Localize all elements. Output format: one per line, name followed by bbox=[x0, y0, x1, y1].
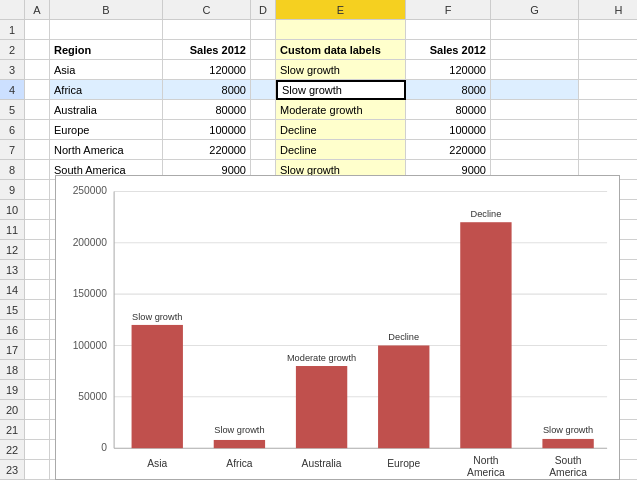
cell-c1[interactable] bbox=[163, 20, 251, 40]
row-header-16[interactable]: 16 bbox=[0, 320, 25, 340]
col-header-f[interactable]: F bbox=[406, 0, 491, 19]
cell-f2[interactable]: Sales 2012 bbox=[406, 40, 491, 60]
row-header-5[interactable]: 5 bbox=[0, 100, 25, 120]
row-header-23[interactable]: 23 bbox=[0, 460, 25, 480]
cell-c3[interactable]: 120000 bbox=[163, 60, 251, 80]
cell-c2[interactable]: Sales 2012 bbox=[163, 40, 251, 60]
cell-a9[interactable] bbox=[25, 180, 50, 200]
row-header-18[interactable]: 18 bbox=[0, 360, 25, 380]
cell-b4[interactable]: Africa bbox=[50, 80, 163, 100]
y-label-200000: 200000 bbox=[73, 237, 108, 248]
cell-d1[interactable] bbox=[251, 20, 276, 40]
cell-g3[interactable] bbox=[491, 60, 579, 80]
cell-a10[interactable] bbox=[25, 200, 50, 220]
cell-e5[interactable]: Moderate growth bbox=[276, 100, 406, 120]
cell-g4[interactable] bbox=[491, 80, 579, 100]
bar-label-north-america: Decline bbox=[471, 209, 502, 219]
x-label-north-america-2: America bbox=[467, 467, 505, 478]
col-header-a[interactable]: A bbox=[25, 0, 50, 19]
row-header-6[interactable]: 6 bbox=[0, 120, 25, 140]
col-header-h[interactable]: H bbox=[579, 0, 637, 19]
cell-c4[interactable]: 8000 bbox=[163, 80, 251, 100]
cell-h2[interactable] bbox=[579, 40, 637, 60]
row-header-3[interactable]: 3 bbox=[0, 60, 25, 80]
row-header-8[interactable]: 8 bbox=[0, 160, 25, 180]
row-header-20[interactable]: 20 bbox=[0, 400, 25, 420]
cell-d3[interactable] bbox=[251, 60, 276, 80]
cell-g2[interactable] bbox=[491, 40, 579, 60]
cell-d5[interactable] bbox=[251, 100, 276, 120]
cell-c7[interactable]: 220000 bbox=[163, 140, 251, 160]
row-header-19[interactable]: 19 bbox=[0, 380, 25, 400]
cell-e2[interactable]: Custom data labels bbox=[276, 40, 406, 60]
cell-a2[interactable] bbox=[25, 40, 50, 60]
cell-f6[interactable]: 100000 bbox=[406, 120, 491, 140]
row-header-17[interactable]: 17 bbox=[0, 340, 25, 360]
y-label-50000: 50000 bbox=[78, 391, 107, 402]
cell-h4[interactable] bbox=[579, 80, 637, 100]
cell-a7[interactable] bbox=[25, 140, 50, 160]
col-header-e[interactable]: E bbox=[276, 0, 406, 19]
cell-d6[interactable] bbox=[251, 120, 276, 140]
col-header-row bbox=[0, 0, 25, 19]
cell-a1[interactable] bbox=[25, 20, 50, 40]
col-header-b[interactable]: B bbox=[50, 0, 163, 19]
row-header-22[interactable]: 22 bbox=[0, 440, 25, 460]
cell-a5[interactable] bbox=[25, 100, 50, 120]
row-3: Asia 120000 Slow growth 120000 bbox=[25, 60, 637, 80]
cell-e3[interactable]: Slow growth bbox=[276, 60, 406, 80]
cell-h3[interactable] bbox=[579, 60, 637, 80]
col-header-c[interactable]: C bbox=[163, 0, 251, 19]
cell-b1[interactable] bbox=[50, 20, 163, 40]
col-header-d[interactable]: D bbox=[251, 0, 276, 19]
row-header-9[interactable]: 9 bbox=[0, 180, 25, 200]
row-header-2[interactable]: 2 bbox=[0, 40, 25, 60]
cell-h1[interactable] bbox=[579, 20, 637, 40]
cell-b3[interactable]: Asia bbox=[50, 60, 163, 80]
column-headers: A B C D E F G H bbox=[0, 0, 637, 20]
row-header-21[interactable]: 21 bbox=[0, 420, 25, 440]
cell-c5[interactable]: 80000 bbox=[163, 100, 251, 120]
cell-b5[interactable]: Australia bbox=[50, 100, 163, 120]
cell-d7[interactable] bbox=[251, 140, 276, 160]
cell-e6[interactable]: Decline bbox=[276, 120, 406, 140]
cell-h5[interactable] bbox=[579, 100, 637, 120]
cell-f7[interactable]: 220000 bbox=[406, 140, 491, 160]
row-header-14[interactable]: 14 bbox=[0, 280, 25, 300]
cell-g5[interactable] bbox=[491, 100, 579, 120]
cell-e4[interactable]: Slow growth bbox=[276, 80, 406, 100]
cell-f3[interactable]: 120000 bbox=[406, 60, 491, 80]
cell-a4[interactable] bbox=[25, 80, 50, 100]
cell-c6[interactable]: 100000 bbox=[163, 120, 251, 140]
cell-a8[interactable] bbox=[25, 160, 50, 180]
y-label-250000: 250000 bbox=[73, 185, 108, 196]
cell-d4[interactable] bbox=[251, 80, 276, 100]
cell-b7[interactable]: North America bbox=[50, 140, 163, 160]
cell-e7[interactable]: Decline bbox=[276, 140, 406, 160]
cell-a3[interactable] bbox=[25, 60, 50, 80]
cell-f1[interactable] bbox=[406, 20, 491, 40]
col-header-g[interactable]: G bbox=[491, 0, 579, 19]
chart-container[interactable]: 250000 200000 150000 100000 50000 0 Slow… bbox=[55, 175, 620, 480]
row-header-13[interactable]: 13 bbox=[0, 260, 25, 280]
cell-d2[interactable] bbox=[251, 40, 276, 60]
cell-g7[interactable] bbox=[491, 140, 579, 160]
bar-label-asia: Slow growth bbox=[132, 312, 182, 322]
row-header-15[interactable]: 15 bbox=[0, 300, 25, 320]
cell-b6[interactable]: Europe bbox=[50, 120, 163, 140]
row-header-10[interactable]: 10 bbox=[0, 200, 25, 220]
cell-f4[interactable]: 8000 bbox=[406, 80, 491, 100]
cell-g1[interactable] bbox=[491, 20, 579, 40]
cell-g6[interactable] bbox=[491, 120, 579, 140]
cell-a6[interactable] bbox=[25, 120, 50, 140]
cell-e1[interactable] bbox=[276, 20, 406, 40]
row-header-7[interactable]: 7 bbox=[0, 140, 25, 160]
row-header-1[interactable]: 1 bbox=[0, 20, 25, 40]
row-header-12[interactable]: 12 bbox=[0, 240, 25, 260]
row-header-4[interactable]: 4 bbox=[0, 80, 25, 100]
row-header-11[interactable]: 11 bbox=[0, 220, 25, 240]
cell-b2[interactable]: Region bbox=[50, 40, 163, 60]
cell-h7[interactable] bbox=[579, 140, 637, 160]
cell-f5[interactable]: 80000 bbox=[406, 100, 491, 120]
cell-h6[interactable] bbox=[579, 120, 637, 140]
